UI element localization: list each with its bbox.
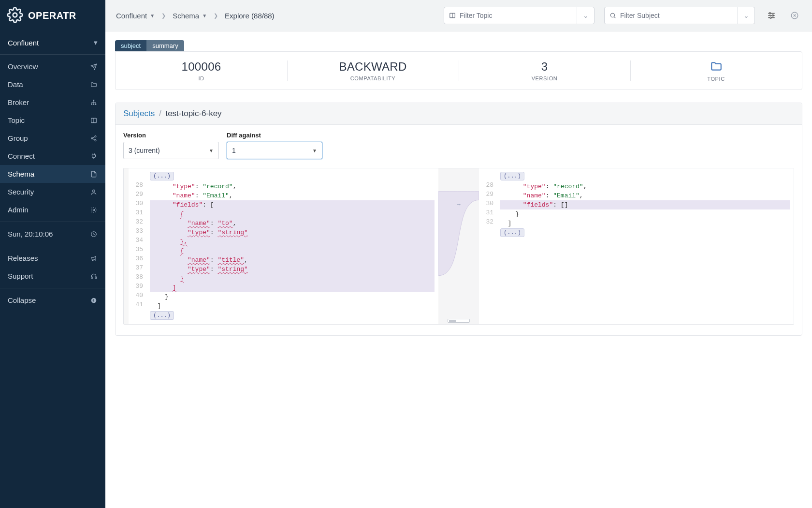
sidebar-item-security[interactable]: Security: [0, 183, 105, 201]
code-line: {: [150, 209, 435, 219]
sidebar-item-label: Data: [8, 80, 90, 89]
version-dropdown[interactable]: 3 (current) ▼: [123, 142, 219, 159]
clock-text: Sun, 20:10:06: [8, 230, 90, 238]
collapse-section: Collapse: [0, 288, 105, 312]
filter-subject-select[interactable]: Filter Subject ⌄: [604, 7, 755, 24]
code-left: (...) "type": "record", "name": "Email",…: [146, 168, 438, 324]
sidebar-item-label: Connect: [8, 152, 90, 160]
summary-card: 100006 ID BACKWARD COMPATABILITY 3 VERSI…: [115, 51, 802, 90]
diff-pane-left[interactable]: 2829303132333435363738394041 (...) "type…: [124, 168, 438, 324]
code-line: "fields": [: [150, 200, 435, 209]
code-line: "name": "Email",: [500, 191, 790, 200]
svg-rect-12: [91, 277, 92, 279]
folder-icon: [90, 81, 98, 89]
subject-name: test-topic-6-key: [165, 109, 221, 118]
content-area: subject summary 100006 ID BACKWARD COMPA…: [105, 31, 812, 508]
summary-compat-label: COMPATABILITY: [350, 75, 395, 81]
sidebar-item-topic[interactable]: Topic: [0, 111, 105, 129]
sidebar-item-group[interactable]: Group: [0, 129, 105, 147]
summary-version-label: VERSION: [532, 75, 558, 81]
fold-indicator[interactable]: (...): [500, 172, 524, 180]
diff-connector: →: [438, 168, 479, 324]
filter-subject-placeholder: Filter Subject: [620, 12, 660, 19]
sidebar: OPERATR Confluent ▾ OverviewDataBrokerTo…: [0, 0, 105, 508]
close-circle-icon[interactable]: [788, 9, 801, 22]
card-tabs: subject summary: [115, 40, 802, 51]
brand[interactable]: OPERATR: [0, 0, 105, 31]
collapse-label: Collapse: [8, 296, 90, 304]
sidebar-item-admin[interactable]: Admin: [0, 201, 105, 219]
caret-down-icon: ▼: [312, 148, 317, 153]
summary-topic-label: TOPIC: [707, 76, 725, 82]
gear-logo-icon: [7, 7, 23, 25]
settings-sliders-icon[interactable]: [765, 9, 778, 22]
diff-overview-scrollbar[interactable]: [448, 319, 470, 323]
line-numbers-right: 2829303132: [479, 168, 496, 324]
sidebar-item-data[interactable]: Data: [0, 75, 105, 93]
code-line: "name": "Email",: [150, 191, 435, 200]
code-line: "type": "string": [150, 228, 435, 237]
extra-nav: ReleasesSupport: [0, 246, 105, 288]
sidebar-item-overview[interactable]: Overview: [0, 58, 105, 75]
filter-topic-placeholder: Filter Topic: [460, 12, 492, 19]
summary-id: 100006 ID: [116, 52, 287, 90]
code-line: {: [150, 246, 435, 255]
collapse-button[interactable]: Collapse: [0, 291, 105, 309]
chevron-down-icon[interactable]: ⌄: [577, 7, 594, 24]
filter-topic-select[interactable]: Filter Topic ⌄: [444, 7, 594, 24]
cluster-selector[interactable]: Confluent ▾: [0, 31, 105, 54]
sidebar-item-label: Security: [8, 188, 90, 196]
diff-pane-right[interactable]: 2829303132 (...) "type": "record", "name…: [479, 168, 794, 324]
code-line: },: [150, 237, 435, 246]
clock-icon: [90, 230, 98, 238]
breadcrumb: Confluent ▼ ❯ Schema ▼ ❯ Explore (88/88): [116, 12, 275, 20]
sidebar-item-label: Group: [8, 134, 90, 142]
caret-down-icon: ▼: [202, 13, 207, 18]
main-column: Confluent ▼ ❯ Schema ▼ ❯ Explore (88/88)…: [105, 0, 812, 508]
code-line: }: [150, 274, 435, 283]
svg-rect-2: [91, 104, 92, 105]
columns-icon: [90, 117, 98, 124]
slash-separator: /: [159, 109, 161, 118]
sidebar-item-broker[interactable]: Broker: [0, 93, 105, 111]
sidebar-item-label: Releases: [8, 254, 90, 262]
summary-version: 3 VERSION: [459, 52, 630, 90]
sidebar-item-schema[interactable]: Schema: [0, 165, 105, 183]
code-line: ]: [500, 219, 790, 228]
brand-name: OPERATR: [28, 10, 76, 21]
tab-subject[interactable]: subject: [115, 40, 146, 51]
file-icon: [90, 170, 98, 178]
sidebar-item-releases[interactable]: Releases: [0, 249, 105, 267]
columns-icon: [449, 12, 456, 19]
sidebar-item-connect[interactable]: Connect: [0, 147, 105, 165]
sidebar-item-label: Broker: [8, 98, 90, 106]
summary-topic[interactable]: TOPIC: [630, 52, 802, 90]
code-line: "type": "record",: [150, 182, 435, 191]
fold-indicator[interactable]: (...): [500, 228, 524, 237]
sidebar-item-support[interactable]: Support: [0, 267, 105, 285]
bullhorn-icon: [90, 254, 98, 262]
breadcrumb-section[interactable]: Schema ▼: [173, 12, 207, 20]
tab-summary[interactable]: summary: [146, 40, 184, 51]
chevron-left-circle-icon: [90, 297, 98, 304]
diff-dropdown[interactable]: 1 ▼: [227, 142, 322, 159]
secondary-nav: Sun, 20:10:06: [0, 222, 105, 246]
subjects-link[interactable]: Subjects: [123, 109, 155, 118]
breadcrumb-cluster[interactable]: Confluent ▼: [116, 12, 155, 20]
sitemap-icon: [90, 99, 98, 106]
sidebar-item-label: Overview: [8, 62, 90, 71]
sidebar-item-label: Admin: [8, 206, 90, 214]
folder-icon: [710, 60, 723, 74]
chevron-right-icon: ❯: [161, 13, 166, 19]
code-right: (...) "type": "record", "name": "Email",…: [496, 168, 794, 324]
fold-indicator[interactable]: (...): [150, 172, 174, 180]
cluster-label: Confluent: [8, 39, 39, 47]
summary-id-label: ID: [198, 75, 204, 81]
fold-indicator[interactable]: (...): [150, 311, 174, 320]
svg-point-17: [769, 13, 771, 14]
code-line: "name": "title",: [150, 255, 435, 265]
subject-card: Subjects / test-topic-6-key Version 3 (c…: [115, 103, 802, 336]
version-label: Version: [123, 132, 219, 139]
chevron-down-icon[interactable]: ⌄: [737, 7, 754, 24]
svg-point-14: [91, 298, 97, 303]
